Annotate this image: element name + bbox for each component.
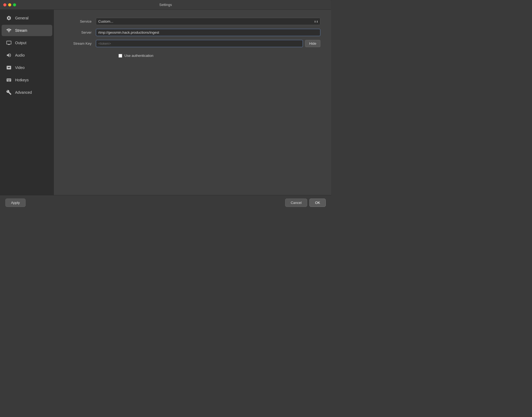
traffic-lights — [3, 3, 16, 6]
advanced-icon — [6, 89, 12, 95]
service-row: Service Custom... ⬆⬇ — [65, 18, 320, 25]
sidebar-item-audio-label: Audio — [15, 53, 25, 57]
bottom-bar: Apply Cancel OK — [0, 195, 331, 210]
output-icon — [6, 40, 12, 46]
use-auth-checkbox[interactable] — [118, 54, 122, 58]
stream-key-input[interactable] — [96, 40, 303, 47]
sidebar-item-output-label: Output — [15, 41, 26, 45]
service-select[interactable]: Custom... — [96, 18, 320, 25]
apply-button[interactable]: Apply — [5, 199, 26, 207]
sidebar-item-output[interactable]: Output — [2, 37, 52, 48]
hide-button[interactable]: Hide — [305, 40, 320, 47]
sidebar-item-advanced[interactable]: Advanced — [2, 87, 52, 98]
close-button[interactable] — [3, 3, 6, 6]
main-layout: General Stream Output — [0, 10, 331, 195]
gear-icon — [6, 15, 12, 21]
video-icon — [6, 65, 12, 71]
stream-key-row: Stream Key Hide — [65, 40, 320, 47]
bottom-right: Cancel OK — [285, 199, 326, 207]
sidebar-item-hotkeys[interactable]: Hotkeys — [2, 74, 52, 86]
window-title: Settings — [159, 3, 172, 7]
service-select-wrapper: Custom... ⬆⬇ — [96, 18, 320, 25]
titlebar: Settings — [0, 0, 331, 10]
bottom-left: Apply — [5, 199, 26, 207]
sidebar: General Stream Output — [0, 10, 54, 195]
audio-icon — [6, 52, 12, 58]
hotkeys-icon — [6, 77, 12, 83]
content-area: Service Custom... ⬆⬇ Server Stream Key H… — [54, 10, 331, 195]
service-label: Service — [65, 19, 92, 23]
sidebar-item-video-label: Video — [15, 65, 25, 70]
sidebar-item-stream-label: Stream — [15, 28, 27, 33]
sidebar-item-general[interactable]: General — [2, 12, 52, 24]
sidebar-item-video[interactable]: Video — [2, 62, 52, 73]
stream-key-label: Stream Key — [65, 41, 92, 46]
maximize-button[interactable] — [13, 3, 16, 6]
server-label: Server — [65, 30, 92, 34]
stream-key-input-wrapper: Hide — [96, 40, 320, 47]
stream-icon — [6, 27, 12, 33]
server-input[interactable] — [96, 29, 320, 36]
cancel-button[interactable]: Cancel — [285, 199, 307, 207]
sidebar-item-advanced-label: Advanced — [15, 90, 32, 95]
sidebar-item-stream[interactable]: Stream — [2, 25, 52, 36]
use-auth-row: Use authentication — [118, 54, 320, 58]
server-row: Server — [65, 29, 320, 36]
sidebar-item-general-label: General — [15, 16, 29, 20]
sidebar-item-hotkeys-label: Hotkeys — [15, 78, 29, 82]
ok-button[interactable]: OK — [309, 199, 326, 207]
use-auth-label: Use authentication — [124, 54, 153, 58]
minimize-button[interactable] — [8, 3, 11, 6]
sidebar-item-audio[interactable]: Audio — [2, 50, 52, 61]
